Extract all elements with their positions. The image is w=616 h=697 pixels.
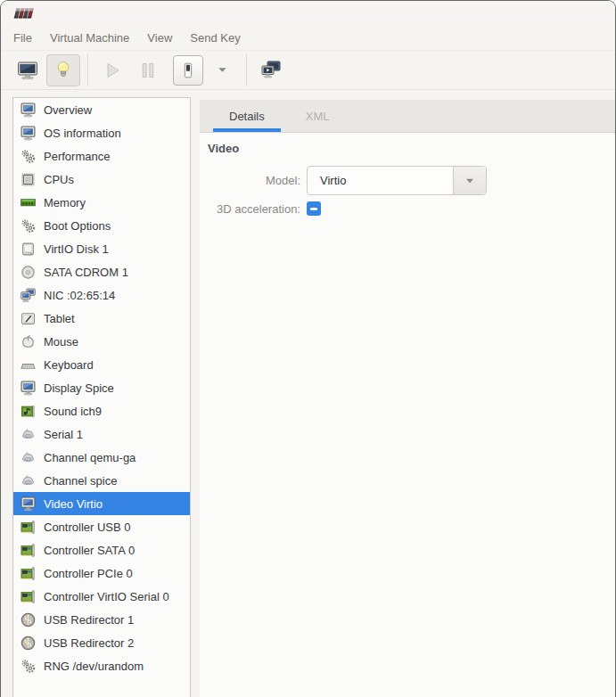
sidebar-item-channel-qemu-ga[interactable]: Channel qemu-ga — [13, 446, 190, 469]
toolbar-button-shutdown[interactable] — [173, 55, 203, 86]
mouse-icon — [21, 334, 36, 349]
video-model-dropdown-button[interactable] — [453, 167, 486, 194]
sidebar-item-nic-02-65-14[interactable]: NIC :02:65:14 — [13, 283, 190, 307]
toolbar-button-shutdown-menu[interactable] — [205, 54, 239, 86]
model-row: Model: Virtio — [208, 166, 615, 195]
sidebar-item-usb-redirector-1[interactable]: USB Redirector 1 — [13, 608, 190, 631]
sidebar-item-label: CPUs — [44, 173, 74, 186]
menu-label: Virtual Machine — [50, 31, 129, 45]
pause-icon — [137, 60, 159, 81]
sidebar-item-controller-pcie-0[interactable]: Controller PCIe 0 — [13, 562, 190, 585]
sidebar-item-serial-1[interactable]: Serial 1 — [13, 422, 190, 446]
sound-icon — [21, 404, 36, 419]
chevron-down-icon — [216, 63, 229, 77]
monitor-icon — [21, 496, 36, 512]
sidebar-item-boot-options[interactable]: Boot Options — [13, 214, 190, 237]
sidebar-item-keyboard[interactable]: Keyboard — [13, 353, 190, 376]
sidebar-item-memory[interactable]: Memory — [13, 191, 190, 214]
menu-label: View — [147, 31, 172, 45]
sidebar-item-label: Performance — [44, 150, 110, 163]
tablet-icon — [21, 311, 36, 326]
menu-file[interactable]: File — [4, 29, 41, 47]
monitor-icon — [21, 381, 36, 396]
sidebar-item-channel-spice[interactable]: Channel spice — [13, 469, 190, 492]
toolbar-button-show-graphical-console[interactable] — [11, 54, 45, 86]
power-switch-icon — [178, 61, 198, 80]
sidebar-item-label: Video Virtio — [44, 497, 103, 511]
sidebar-item-label: Controller SATA 0 — [44, 544, 135, 557]
menu-label: File — [13, 31, 32, 45]
window-titlebar[interactable] — [1, 1, 615, 26]
monitor-icon — [21, 126, 36, 141]
tab-details[interactable]: Details — [209, 100, 285, 132]
sidebar-item-controller-usb-0[interactable]: Controller USB 0 — [13, 515, 190, 538]
sidebar-item-rng-dev-urandom[interactable]: RNG /dev/urandom — [13, 654, 190, 677]
sidebar-item-label: Channel spice — [44, 474, 117, 488]
pci-card-icon — [21, 566, 36, 581]
sidebar-item-controller-sata-0[interactable]: Controller SATA 0 — [13, 538, 190, 562]
toolbar-button-console-windows[interactable] — [254, 54, 288, 86]
memory-icon — [21, 195, 36, 210]
sidebar-item-label: Overview — [44, 103, 92, 117]
serial-icon — [21, 427, 36, 442]
gears-icon — [21, 659, 36, 674]
tab-label: XML — [306, 110, 330, 123]
usb-icon — [21, 636, 36, 651]
sidebar-item-label: Controller VirtIO Serial 0 — [44, 590, 169, 603]
sidebar-item-overview[interactable]: Overview — [13, 98, 190, 121]
accel-label: 3D acceleration: — [208, 202, 300, 216]
sidebar-item-label: RNG /dev/urandom — [44, 660, 144, 673]
toolbar-button-run[interactable] — [95, 54, 129, 86]
nic-icon — [21, 288, 36, 303]
cpu-icon — [21, 172, 36, 187]
sidebar-item-usb-redirector-2[interactable]: USB Redirector 2 — [13, 631, 190, 654]
model-label: Model: — [208, 174, 300, 187]
sidebar-item-display-spice[interactable]: Display Spice — [13, 376, 190, 399]
serial-icon — [21, 450, 36, 465]
video-model-value: Virtio — [308, 167, 453, 194]
tab-xml[interactable]: XML — [285, 100, 350, 132]
sidebar-item-mouse[interactable]: Mouse — [13, 330, 190, 353]
sidebar-item-virtio-disk-1[interactable]: VirtIO Disk 1 — [13, 237, 190, 260]
multi-monitor-icon — [260, 60, 282, 81]
sidebar-item-os-information[interactable]: OS information — [13, 121, 190, 144]
monitor-icon — [21, 102, 36, 118]
sidebar-item-controller-virtio-serial-0[interactable]: Controller VirtIO Serial 0 — [13, 585, 190, 608]
sidebar-item-cpus[interactable]: CPUs — [13, 168, 190, 191]
sidebar-item-label: Sound ich9 — [44, 405, 102, 418]
sidebar-item-label: NIC :02:65:14 — [44, 289, 115, 302]
sidebar-item-label: Channel qemu-ga — [44, 451, 136, 464]
sidebar-item-label: USB Redirector 2 — [44, 636, 134, 650]
sidebar-item-label: Tablet — [44, 312, 75, 325]
sidebar-item-tablet[interactable]: Tablet — [13, 307, 190, 330]
menu-send-key[interactable]: Send Key — [181, 29, 249, 47]
serial-icon — [21, 473, 36, 488]
main-content: Overview OS information Performance CPUs… — [1, 90, 615, 697]
details-tab-content: Video Model: Virtio 3D acceleration: — [200, 133, 615, 697]
chevron-down-icon — [464, 175, 476, 187]
sidebar-item-sound-ich9[interactable]: Sound ich9 — [13, 399, 190, 422]
toolbar-separator — [87, 54, 88, 86]
menu-bar: File Virtual Machine View Send Key — [1, 26, 615, 51]
toolbar-button-show-hardware-details[interactable] — [46, 54, 80, 86]
toolbar — [1, 51, 615, 90]
menu-virtual-machine[interactable]: Virtual Machine — [41, 29, 138, 47]
sidebar-item-label: Controller PCIe 0 — [44, 567, 133, 580]
accel-row: 3D acceleration: — [208, 201, 615, 216]
tab-bar: Details XML — [200, 100, 615, 133]
sidebar-item-label: SATA CDROM 1 — [44, 266, 128, 279]
disk-icon — [21, 242, 36, 257]
pci-card-icon — [21, 589, 36, 604]
sidebar-item-video-virtio[interactable]: Video Virtio — [13, 492, 190, 515]
sidebar-item-performance[interactable]: Performance — [13, 144, 190, 168]
sidebar-item-sata-cdrom-1[interactable]: SATA CDROM 1 — [13, 260, 190, 283]
menu-view[interactable]: View — [138, 29, 181, 47]
gears-icon — [21, 218, 36, 234]
cdrom-icon — [21, 265, 36, 280]
menu-label: Send Key — [190, 31, 240, 45]
accel-checkbox[interactable] — [307, 201, 321, 216]
video-model-combobox[interactable]: Virtio — [307, 166, 487, 195]
lightbulb-icon — [53, 60, 74, 81]
toolbar-button-pause[interactable] — [131, 54, 165, 86]
pci-card-icon — [21, 543, 36, 558]
